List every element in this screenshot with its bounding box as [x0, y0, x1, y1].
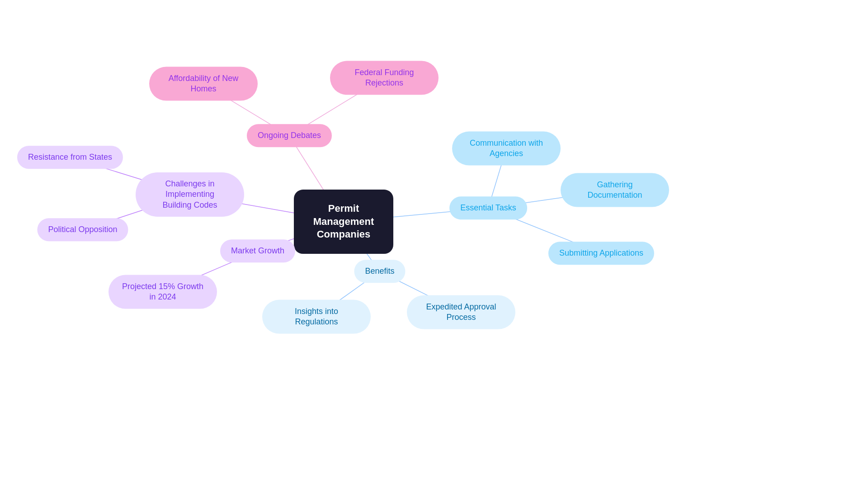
- communication-node: Communication with Agencies: [452, 132, 561, 166]
- essential-tasks-node: Essential Tasks: [449, 196, 527, 219]
- political-node: Political Opposition: [37, 218, 128, 241]
- expedited-node: Expedited Approval Process: [407, 295, 515, 329]
- center-node: Permit Management Companies: [294, 190, 393, 254]
- ongoing-debates-node: Ongoing Debates: [247, 124, 332, 147]
- projected-node: Projected 15% Growth in 2024: [108, 275, 217, 309]
- affordability-node: Affordability of New Homes: [149, 67, 258, 101]
- mindmap-container: Permit Management CompaniesOngoing Debat…: [0, 0, 868, 490]
- market-growth-node: Market Growth: [220, 239, 295, 262]
- challenges-node: Challenges in Implementing Building Code…: [136, 172, 244, 217]
- benefits-node: Benefits: [354, 260, 405, 283]
- submitting-node: Submitting Applications: [548, 242, 654, 265]
- gathering-node: Gathering Documentation: [561, 173, 669, 207]
- insights-node: Insights into Regulations: [262, 300, 371, 334]
- federal-funding-node: Federal Funding Rejections: [330, 61, 439, 95]
- resistance-node: Resistance from States: [17, 146, 123, 169]
